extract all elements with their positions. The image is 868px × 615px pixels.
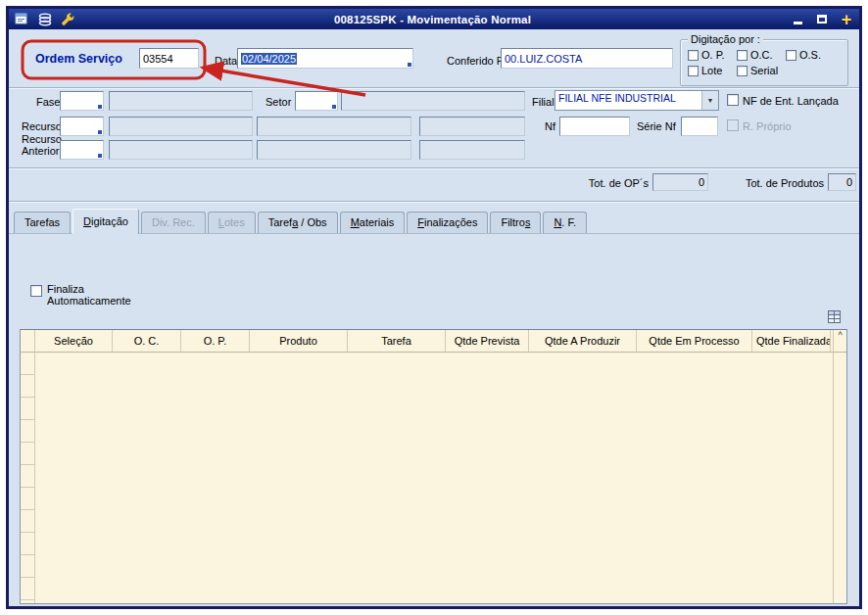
ordem-servico-input[interactable]: 03554: [139, 48, 199, 69]
row-selector: [21, 555, 34, 578]
row-selector: [21, 375, 34, 398]
data-input[interactable]: 02/04/2025: [237, 48, 413, 69]
column-header-selecao[interactable]: Seleção: [35, 330, 113, 352]
recurso-code-input[interactable]: [60, 117, 104, 136]
digitacao-por-caption: Digitação por :: [688, 33, 763, 45]
checkbox-serial[interactable]: [737, 66, 747, 76]
recurso-anterior-desc2-field: [257, 140, 411, 160]
row-selector: [21, 578, 34, 600]
plus-button[interactable]: +: [838, 12, 855, 26]
tab-digitacao[interactable]: Digitação: [72, 209, 139, 234]
lookup-dot-icon: [332, 105, 336, 109]
fase-code-input[interactable]: [60, 91, 104, 111]
filial-label: Filial: [532, 96, 555, 109]
tab-filtros[interactable]: Filtros: [490, 212, 541, 233]
form-icon[interactable]: [13, 12, 29, 26]
wrench-icon[interactable]: [60, 12, 76, 26]
fase-label: Fase: [36, 96, 60, 109]
conferido-por-input[interactable]: 00.LUIZ.COSTA: [501, 48, 673, 69]
digitacao-option-serial: Serial: [737, 65, 797, 76]
checkbox-label: O. P.: [701, 49, 725, 61]
checkbox-label: O.C.: [750, 49, 773, 61]
checkbox-o-p[interactable]: [688, 50, 699, 61]
column-header-qtde-finalizada[interactable]: Qtde Finalizada: [752, 330, 831, 352]
divider: [9, 167, 859, 169]
chevron-down-icon[interactable]: ▼: [701, 91, 718, 110]
digitacao-por-groupbox: Digitação por : O. P.O.C.O.S.LoteSerial: [680, 39, 848, 86]
serie-nf-label: Série Nf: [637, 120, 676, 133]
checkbox-label: Serial: [750, 65, 778, 76]
grid-columns: SeleçãoO. C.O. P.ProdutoTarefaQtde Previ…: [35, 330, 833, 352]
tab-lotes: Lotes: [208, 212, 256, 233]
tab-finalizacoes[interactable]: Finalizações: [407, 212, 488, 233]
setor-label: Setor: [265, 96, 291, 109]
scroll-up-button[interactable]: ^: [833, 330, 846, 352]
r-proprio-checkbox: [727, 119, 739, 131]
recurso-anterior-code-input[interactable]: [60, 140, 104, 160]
conferido-por-value: 00.LUIZ.COSTA: [505, 53, 582, 65]
column-header-o-p[interactable]: O. P.: [181, 330, 250, 352]
grid-header: SeleçãoO. C.O. P.ProdutoTarefaQtde Previ…: [21, 330, 846, 353]
vertical-scrollbar[interactable]: [833, 353, 846, 603]
tot-ops-label: Tot. de OP´s: [572, 177, 649, 190]
finaliza-label-line2: Automaticamente: [47, 295, 131, 307]
row-selector: [21, 510, 34, 533]
finaliza-automaticamente-checkbox[interactable]: [30, 285, 42, 297]
scroll-up-icon: ^: [838, 330, 842, 340]
column-header-qtde-a-produzir[interactable]: Qtde A Produzir: [529, 330, 637, 352]
column-header-o-c[interactable]: O. C.: [113, 330, 181, 352]
recurso-label: Recurso: [22, 120, 62, 133]
tot-produtos-label: Tot. de Produtos: [714, 177, 824, 190]
fase-desc-field: [109, 91, 253, 111]
r-proprio-label: R. Próprio: [743, 120, 792, 133]
serie-nf-input[interactable]: [681, 117, 718, 136]
column-header-qtde-em-processo[interactable]: Qtde Em Processo: [637, 330, 752, 352]
data-value: 02/04/2025: [241, 53, 297, 65]
setor-desc-field: [341, 91, 525, 111]
recurso-desc3-field: [419, 117, 525, 136]
app-window: 008125SPK - Movimentação Normal + Ordem …: [6, 6, 862, 609]
column-header-tarefa[interactable]: Tarefa: [348, 330, 446, 352]
grid-body-wrap: [21, 353, 846, 603]
tab-tarefas[interactable]: Tarefas: [14, 212, 71, 233]
checkbox-o-s[interactable]: [786, 50, 796, 61]
digitacao-option-o-s: O.S.: [786, 49, 831, 61]
checkbox-label: O.S.: [799, 49, 821, 61]
maximize-button[interactable]: [813, 12, 831, 26]
filial-select[interactable]: FILIAL NFE INDUSTRIAL ▼: [555, 90, 719, 111]
recurso-desc-field: [109, 117, 253, 136]
form-area: Ordem Serviço 03554 Data 02/04/2025 Conf…: [9, 29, 859, 606]
nf-input[interactable]: [559, 117, 630, 136]
lookup-dot-icon: [98, 130, 102, 134]
grid-body: [35, 353, 833, 603]
minimize-button[interactable]: [789, 12, 806, 26]
ordem-servico-label: Ordem Serviço: [35, 53, 122, 66]
grid-corner: [21, 330, 35, 352]
tab-n-f[interactable]: N. F.: [543, 212, 587, 233]
checkbox-lote[interactable]: [688, 66, 699, 76]
minimize-icon: [794, 22, 802, 24]
lookup-dot-icon: [408, 63, 411, 67]
window-title: 008125SPK - Movimentação Normal: [83, 14, 782, 25]
divider: [9, 87, 859, 89]
setor-code-input[interactable]: [295, 91, 338, 111]
nf-ent-lancada-checkbox[interactable]: [727, 94, 739, 106]
row-selector: [21, 443, 34, 465]
checkbox-o-c[interactable]: [737, 50, 747, 61]
data-grid: SeleçãoO. C.O. P.ProdutoTarefaQtde Previ…: [20, 329, 847, 604]
nf-ent-lancada-label: NF de Ent. Lançada: [743, 95, 839, 108]
tab-materiais[interactable]: Materiais: [340, 212, 406, 233]
lookup-dot-icon: [98, 105, 102, 109]
title-bar: 008125SPK - Movimentação Normal +: [9, 9, 859, 29]
row-selector: [21, 465, 34, 488]
column-header-produto[interactable]: Produto: [250, 330, 348, 352]
column-header-qtde-prevista[interactable]: Qtde Prevista: [446, 330, 529, 352]
coil-icon[interactable]: [36, 12, 53, 26]
tot-ops-value-field: 0: [652, 173, 708, 191]
checkbox-label: Lote: [701, 65, 722, 76]
grid-settings-icon[interactable]: [828, 310, 841, 323]
recurso-anterior-desc-field: [109, 140, 253, 160]
tab-bar: TarefasDigitaçãoDiv. Rec.LotesTarefa / O…: [9, 209, 859, 234]
data-label: Data: [215, 55, 237, 68]
tab-tarefa-obs[interactable]: Tarefa / Obs: [258, 212, 338, 233]
